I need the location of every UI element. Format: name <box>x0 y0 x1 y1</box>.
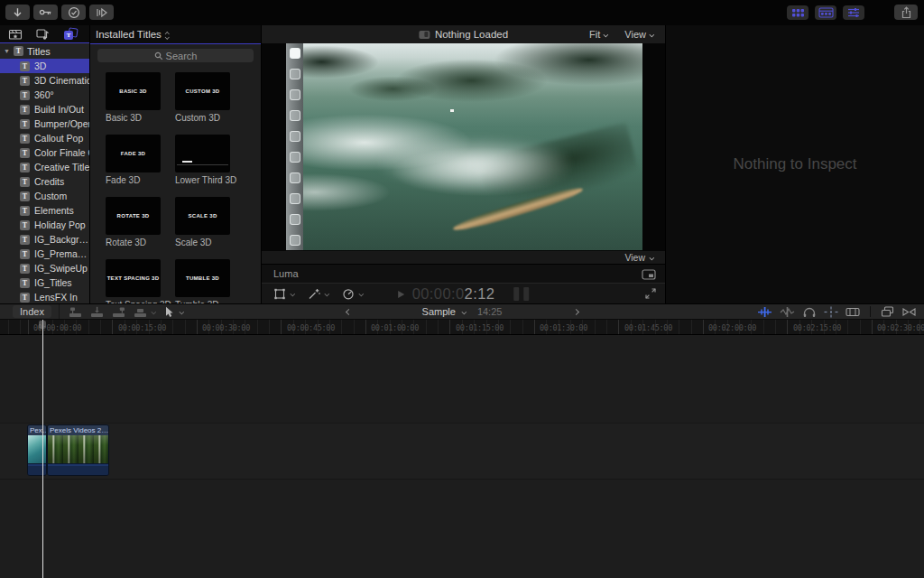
timecode-display[interactable]: 00:00:02:12 <box>412 285 495 303</box>
project-time: 14:25 <box>477 306 503 317</box>
title-cell[interactable]: SCALE 3DScale 3D <box>175 197 230 247</box>
view-menu[interactable]: View <box>624 29 654 40</box>
show-browser-button[interactable] <box>881 306 894 317</box>
sidebar-item[interactable]: T360° <box>0 88 89 102</box>
inspector-toggle-button[interactable] <box>843 5 864 20</box>
viewer-toolbar: 00:00:02:12 <box>262 283 665 304</box>
expand-arrows-icon <box>645 288 656 299</box>
project-switcher[interactable]: Sample 14:25 <box>422 306 503 317</box>
title-icon: T <box>20 220 30 230</box>
keyword-editor-button[interactable] <box>33 5 58 20</box>
chevron-down-icon <box>603 32 608 37</box>
skimming-toggle[interactable] <box>757 306 772 318</box>
sidebar-item[interactable]: T3D Cinematic <box>0 73 89 88</box>
title-cell[interactable]: CUSTOM 3DCustom 3D <box>175 72 230 123</box>
overwrite-edit-button[interactable] <box>134 306 156 318</box>
clapperboard-star-icon[interactable] <box>8 28 23 41</box>
title-cell[interactable]: FADE 3DFade 3D <box>106 135 161 185</box>
sidebar-item[interactable]: T3D <box>0 59 89 73</box>
index-button[interactable]: Index <box>13 305 51 318</box>
photos-audio-icon[interactable] <box>36 28 51 41</box>
sidebar-item[interactable]: TIG_Backgr… <box>0 232 89 247</box>
titles-folder-icon: T <box>14 46 23 56</box>
audio-meters[interactable] <box>513 287 529 301</box>
title-cell[interactable]: ROTATE 3DRotate 3D <box>106 197 161 247</box>
clip-appearance-menu[interactable] <box>845 306 860 318</box>
timeline-layout-button[interactable] <box>815 5 836 20</box>
ruler-label: 00:00:30:00 <box>202 323 250 332</box>
previous-project-button[interactable] <box>344 309 350 315</box>
sidebar-item[interactable]: TCreative Titles <box>0 160 89 174</box>
title-thumbnail: TUMBLE 3D <box>175 259 230 297</box>
title-icon: T <box>20 76 30 86</box>
timeline-clip[interactable]: Pex… <box>27 424 47 476</box>
title-cell[interactable]: Lower Third 3D <box>175 135 230 185</box>
title-label: Custom 3D <box>175 113 230 123</box>
scope-display-icon[interactable] <box>642 269 656 280</box>
browser-layout-button[interactable] <box>787 5 808 20</box>
timeline-clip[interactable]: Pexels Videos 2… <box>47 424 109 476</box>
sidebar-tabs: T <box>0 25 89 43</box>
magic-wand-icon <box>308 288 320 300</box>
installed-titles-dropdown[interactable]: Installed Titles <box>90 25 261 44</box>
sidebar-item[interactable]: TLensFX In <box>0 290 89 303</box>
play-button[interactable] <box>398 291 404 298</box>
sidebar-item-label: IG_Backgr… <box>34 234 88 245</box>
title-label: Scale 3D <box>175 238 230 247</box>
sidebar-item[interactable]: TColor Finale G <box>0 145 89 160</box>
chevron-down-icon <box>324 292 329 297</box>
title-cell[interactable]: TUMBLE 3DTumble 3D <box>175 259 230 303</box>
title-thumbnail: CUSTOM 3D <box>175 72 230 110</box>
trim-mode-button[interactable] <box>901 306 917 318</box>
title-label: Lower Third 3D <box>175 175 230 185</box>
sidebar-item[interactable]: TBuild In/Out <box>0 102 89 117</box>
titles-generators-icon[interactable]: T <box>64 28 78 40</box>
sidebar-item[interactable]: TIG_Titles <box>0 275 89 290</box>
sidebar-item[interactable]: TElements <box>0 203 89 218</box>
viewer-pane: Nothing Loaded Fit View View Lum <box>262 25 665 303</box>
sidebar-item[interactable]: TCredits <box>0 174 89 189</box>
fit-menu[interactable]: Fit <box>589 29 608 40</box>
fullscreen-button[interactable] <box>645 288 656 299</box>
title-cell[interactable]: BASIC 3DBasic 3D <box>106 72 161 123</box>
solo-toggle[interactable] <box>802 306 817 318</box>
search-input[interactable]: Search <box>97 49 254 62</box>
audio-skimming-toggle[interactable] <box>780 306 795 318</box>
playhead-handle[interactable] <box>39 321 46 329</box>
sidebar-item[interactable]: TBumper/Open <box>0 117 89 131</box>
sidebar-item[interactable]: TIG_SwipeUp <box>0 261 89 275</box>
sidebar-item-label: Creative Titles <box>34 162 89 172</box>
retime-tool-menu[interactable] <box>342 288 364 300</box>
share-button[interactable] <box>894 5 918 20</box>
ruler-label: 00:00:45:00 <box>287 323 335 332</box>
transform-icon <box>273 288 286 300</box>
tool-select-menu[interactable] <box>164 306 184 318</box>
playhead[interactable] <box>42 320 43 578</box>
sidebar-root-titles[interactable]: ▼ T Titles <box>0 43 89 59</box>
title-cell[interactable]: TEXT SPACING 3DText Spacing 3D <box>106 259 161 303</box>
insert-edit-button[interactable] <box>90 306 104 318</box>
timeline-tracks[interactable]: Pex… Pexels Videos 2… <box>0 335 924 578</box>
sidebar-item[interactable]: TIG_Prema… <box>0 247 89 261</box>
scopes-view-menu[interactable]: View <box>624 251 654 264</box>
disclosure-triangle-icon[interactable]: ▼ <box>4 48 10 54</box>
connect-edit-button[interactable] <box>69 306 82 318</box>
append-edit-button[interactable] <box>112 306 125 318</box>
video-preview-area[interactable] <box>262 43 665 250</box>
snapping-toggle[interactable] <box>824 306 838 318</box>
next-project-button[interactable] <box>574 309 580 315</box>
sidebar-item[interactable]: THoliday Pop <box>0 218 89 232</box>
filmstrip-sprockets <box>286 43 303 250</box>
import-media-button[interactable] <box>5 5 30 20</box>
transform-tool-menu[interactable] <box>273 288 295 300</box>
clip-thumbnail <box>48 435 108 463</box>
sidebar-item[interactable]: TCallout Pop <box>0 131 89 145</box>
ruler-label: 00:01:30:00 <box>540 323 587 332</box>
titles-sidebar: T ▼ T Titles T3D T3D Cinematic T360° TBu… <box>0 25 90 303</box>
project-name: Sample <box>422 306 456 317</box>
effects-tool-menu[interactable] <box>308 288 329 300</box>
range-marker-button[interactable] <box>89 5 114 20</box>
background-tasks-button[interactable] <box>61 5 86 20</box>
timeline-ruler[interactable]: 00:00:00:00 00:00:15:00 00:00:30:00 00:0… <box>0 320 924 335</box>
sidebar-item[interactable]: TCustom <box>0 189 89 203</box>
